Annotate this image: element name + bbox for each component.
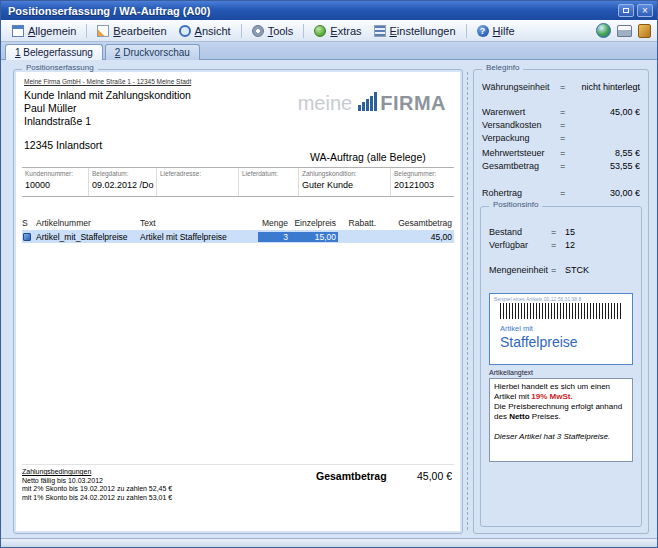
recipient-name: Kunde Inland mit Zahlungskondition xyxy=(24,89,191,101)
equals-sign: = xyxy=(551,240,556,250)
separator xyxy=(86,24,87,38)
menu-tools[interactable]: Tools xyxy=(247,23,299,39)
column-header: Menge xyxy=(258,218,290,228)
tab-label: Druckvorschau xyxy=(120,47,189,58)
langtext-line: Artikel mit xyxy=(494,392,531,401)
column-header: Rabatt. xyxy=(338,218,378,228)
langtext-line: Hierbei handelt es sich um einen xyxy=(494,382,610,391)
info-label: Mehrwertsteuer xyxy=(482,148,545,158)
info-row-mehrwertsteuer: Mehrwertsteuer = 8,55 € xyxy=(482,148,640,161)
field-label: Belegnummer: xyxy=(394,170,454,177)
tab-belegerfassung[interactable]: 1 Belegerfassung xyxy=(5,44,103,60)
separator xyxy=(466,24,467,38)
equals-sign: = xyxy=(560,188,565,198)
sender-line: Meine Firma GmbH - Meine Straße 1 - 1234… xyxy=(24,78,191,85)
restore-button[interactable] xyxy=(618,4,634,17)
settings-icon xyxy=(374,25,386,37)
langtext-line: Die Preisberechnung erfolgt anhand xyxy=(494,402,622,411)
window-title: Positionserfassung / WA-Auftrag (A00) xyxy=(8,5,615,17)
company-logo: meine FIRMA xyxy=(298,92,446,113)
info-value: 30,00 € xyxy=(610,188,640,198)
info-value: 15 xyxy=(565,227,575,237)
equals-sign: = xyxy=(560,133,565,143)
langtext-red: 19% MwSt. xyxy=(531,392,572,401)
cell-einzelpreis[interactable]: 15,00 xyxy=(290,232,338,242)
title-bar: Positionserfassung / WA-Auftrag (A00) × xyxy=(1,1,657,20)
recipient-city: 12345 Inlandsort xyxy=(24,139,102,151)
menu-einstellungen[interactable]: Einstellungen xyxy=(369,23,461,39)
menu-extras[interactable]: Extras xyxy=(309,23,366,39)
recipient-street: Inlandstraße 1 xyxy=(24,115,91,127)
recipient-contact: Paul Müller xyxy=(24,102,77,114)
form-icon xyxy=(12,25,24,37)
article-image-text-large: Staffelpreise xyxy=(500,334,632,350)
beleginfo-panel: Beleginfo Währungseinheit = nicht hinter… xyxy=(473,69,649,534)
globe-icon[interactable] xyxy=(596,23,611,38)
info-row-mengeneinheit: Mengeneinheit = STCK xyxy=(489,265,633,278)
toolbar: Allgemein Bearbeiten Ansicht Tools Extra… xyxy=(1,20,657,42)
field-belegdatum: Belegdatum: 09.02.2012 /Do xyxy=(88,168,156,196)
info-label: Bestand xyxy=(489,227,522,237)
equals-sign: = xyxy=(560,120,565,130)
exit-icon[interactable] xyxy=(638,24,651,38)
printer-icon[interactable] xyxy=(617,25,632,37)
panel-splitter[interactable] xyxy=(467,72,468,530)
equals-sign: = xyxy=(560,107,565,117)
info-label: Gesamtbetrag xyxy=(482,161,539,171)
column-header: S xyxy=(22,218,36,228)
menu-bearbeiten[interactable]: Bearbeiten xyxy=(92,23,171,39)
info-label: Mengeneinheit xyxy=(489,265,548,275)
info-label: Verfügbar xyxy=(489,240,528,250)
langtext-title: Artikellangtext xyxy=(489,369,533,376)
payment-term-line: Netto fällig bis 10.03.2012 xyxy=(22,477,454,484)
field-label: Zahlungskondition: xyxy=(302,170,390,177)
equals-sign: = xyxy=(560,82,565,92)
document-preview: Meine Firma GmbH - Meine Straße 1 - 1234… xyxy=(16,72,460,531)
cell-text: Artikel mit Staffelpreise xyxy=(140,232,258,242)
article-icon xyxy=(23,233,31,241)
cell-menge[interactable]: 3 xyxy=(258,232,290,242)
article-image-caption: Beispiel eines Artikels 00.12.56.31.98.8 xyxy=(494,296,628,302)
tab-druckvorschau[interactable]: 2 Druckvorschau xyxy=(105,44,200,60)
info-value: nicht hinterlegt xyxy=(581,82,640,92)
info-label: Versandkosten xyxy=(482,120,542,130)
document-header-fields: Kundennummer: 10000 Belegdatum: 09.02.20… xyxy=(22,167,454,197)
equals-sign: = xyxy=(560,161,565,171)
langtext-line: Preises. xyxy=(530,412,561,421)
info-row-waehrungseinheit: Währungseinheit = nicht hinterlegt xyxy=(482,82,640,95)
info-row-bestand: Bestand = 15 xyxy=(489,227,633,240)
separator xyxy=(303,24,304,38)
main-area: Positionserfassung Meine Firma GmbH - Me… xyxy=(1,60,657,538)
menu-hilfe[interactable]: ? Hilfe xyxy=(472,23,520,39)
menu-label: Hilfe xyxy=(493,25,515,37)
restore-icon xyxy=(623,8,629,13)
panel-title: Positionserfassung xyxy=(22,63,98,72)
extras-icon xyxy=(314,25,326,37)
info-value: 8,55 € xyxy=(615,148,640,158)
field-value: 10000 xyxy=(25,180,88,190)
close-button[interactable]: × xyxy=(637,4,653,17)
column-header: Einzelpreis xyxy=(290,218,338,228)
field-label: Kundennummer: xyxy=(25,170,88,177)
menu-allgemein[interactable]: Allgemein xyxy=(7,23,81,39)
menu-label: Einstellungen xyxy=(390,25,456,37)
menu-ansicht[interactable]: Ansicht xyxy=(174,23,236,39)
field-value: Guter Kunde xyxy=(302,180,390,190)
view-icon xyxy=(179,25,191,37)
field-value: 09.02.2012 /Do xyxy=(92,180,156,190)
status-bar xyxy=(1,538,657,547)
equals-sign: = xyxy=(551,227,556,237)
field-belegnummer: Belegnummer: 20121003 xyxy=(390,168,454,196)
field-value: 20121003 xyxy=(394,180,454,190)
info-value: 53,55 € xyxy=(610,161,640,171)
payment-term-line: mit 2% Skonto bis 19.02.2012 zu zahlen 5… xyxy=(22,485,454,492)
field-zahlungskondition: Zahlungskondition: Guter Kunde xyxy=(298,168,390,196)
info-row-verfuegbar: Verfügbar = 12 xyxy=(489,240,633,253)
tab-bar: 1 Belegerfassung 2 Druckvorschau xyxy=(1,42,657,60)
field-label: Lieferdatum: xyxy=(242,170,298,177)
bar-chart-icon xyxy=(358,92,377,111)
info-row-versandkosten: Versandkosten = xyxy=(482,120,640,133)
total-label: Gesamtbetrag xyxy=(316,470,387,482)
help-icon: ? xyxy=(477,25,489,37)
table-row[interactable]: Artikel_mit_Staffelpreise Artikel mit St… xyxy=(22,230,454,243)
